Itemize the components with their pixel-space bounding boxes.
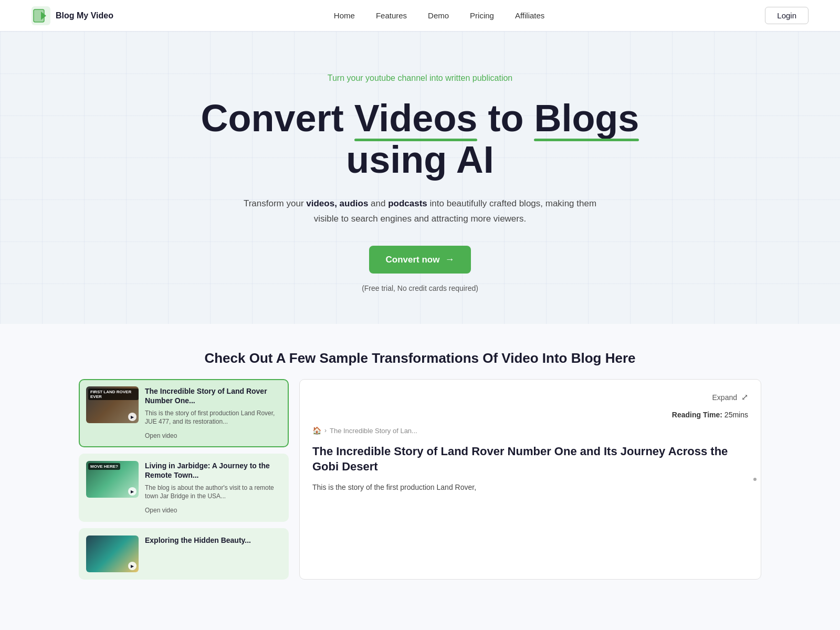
samples-title: Check Out A Few Sample Transformations O… [32,350,808,366]
logo-icon [32,6,50,25]
hero-description: Transform your videos, audios and podcas… [242,196,598,227]
header: Blog My Video Home Features Demo Pricing… [0,0,840,32]
free-trial-note: (Free trial, No credit cards required) [10,284,830,292]
arrow-icon: → [445,254,454,265]
blog-preview: Expand ⤢ Reading Time: 25mins 🏠 › The In… [299,379,761,580]
nav-demo[interactable]: Demo [428,11,449,20]
nav-features[interactable]: Features [376,11,407,20]
hero-tagline: Turn your youtube channel into written p… [10,74,830,83]
video-info-2: Living in Jarbidge: A Journey to the Rem… [145,461,281,514]
nav-affiliates[interactable]: Affiliates [515,11,544,20]
video-desc-2: The blog is about the author's visit to … [145,484,281,501]
chevron-right-icon: › [324,427,327,434]
video-info-3: Exploring the Hidden Beauty... [145,536,281,572]
open-video-link-1[interactable]: Open video [145,432,177,439]
video-title-1: The Incredible Story of Land Rover Numbe… [145,386,281,405]
thumb-label-1: FIRST LAND ROVER EVER [88,388,139,400]
video-title-3: Exploring the Hidden Beauty... [145,536,281,545]
play-icon-3: ▶ [128,562,136,570]
breadcrumb-title: The Incredible Story of Lan... [330,427,417,435]
logo[interactable]: Blog My Video [32,6,113,25]
play-icon-2: ▶ [128,487,136,496]
video-item-3[interactable]: ▶ Exploring the Hidden Beauty... [79,528,289,580]
video-thumbnail-1: FIRST LAND ROVER EVER ▶ [86,386,139,423]
open-video-link-2[interactable]: Open video [145,507,177,514]
headline-convert: Convert [201,97,354,139]
blog-preview-title: The Incredible Story of Land Rover Numbe… [312,444,748,474]
expand-button[interactable]: Expand [712,393,737,402]
headline-blogs: Blogs [534,98,639,139]
convert-now-label: Convert now [386,255,440,265]
breadcrumb: 🏠 › The Incredible Story of Lan... [312,426,748,435]
nav-pricing[interactable]: Pricing [470,11,494,20]
samples-container: FIRST LAND ROVER EVER ▶ The Incredible S… [79,379,761,580]
expand-bar: Expand ⤢ [312,392,748,402]
home-icon: 🏠 [312,426,321,435]
nav-home[interactable]: Home [334,11,355,20]
blog-excerpt: This is the story of the first productio… [312,481,748,493]
video-title-2: Living in Jarbidge: A Journey to the Rem… [145,461,281,480]
convert-now-button[interactable]: Convert now → [369,246,471,274]
cta-area: Convert now → (Free trial, No credit car… [10,246,830,292]
fullscreen-icon[interactable]: ⤢ [741,392,748,402]
play-icon-1: ▶ [128,413,136,421]
reading-time: Reading Time: 25mins [312,411,748,419]
video-thumbnail-3: ▶ [86,536,139,572]
video-info-1: The Incredible Story of Land Rover Numbe… [145,386,281,440]
headline-videos: Videos [354,98,478,139]
reading-time-value: 25mins [724,411,748,419]
hero-headline: Convert Videos to Blogs using AI [10,98,830,181]
samples-section: Check Out A Few Sample Transformations O… [0,324,840,606]
main-nav: Home Features Demo Pricing Affiliates [334,11,545,20]
reading-time-label: Reading Time: [672,411,722,419]
video-item-1[interactable]: FIRST LAND ROVER EVER ▶ The Incredible S… [79,379,289,447]
login-button[interactable]: Login [765,7,808,24]
headline-using-ai: using AI [346,139,494,181]
logo-text: Blog My Video [56,11,113,20]
video-list: FIRST LAND ROVER EVER ▶ The Incredible S… [79,379,289,580]
thumb-label-2: MOVE HERE? [88,463,120,470]
video-thumbnail-2: MOVE HERE? ▶ [86,461,139,498]
video-item-2[interactable]: MOVE HERE? ▶ Living in Jarbidge: A Journ… [79,454,289,522]
video-desc-1: This is the story of first production La… [145,409,281,427]
headline-to: to [477,97,534,139]
hero-section: Turn your youtube channel into written p… [0,32,840,324]
